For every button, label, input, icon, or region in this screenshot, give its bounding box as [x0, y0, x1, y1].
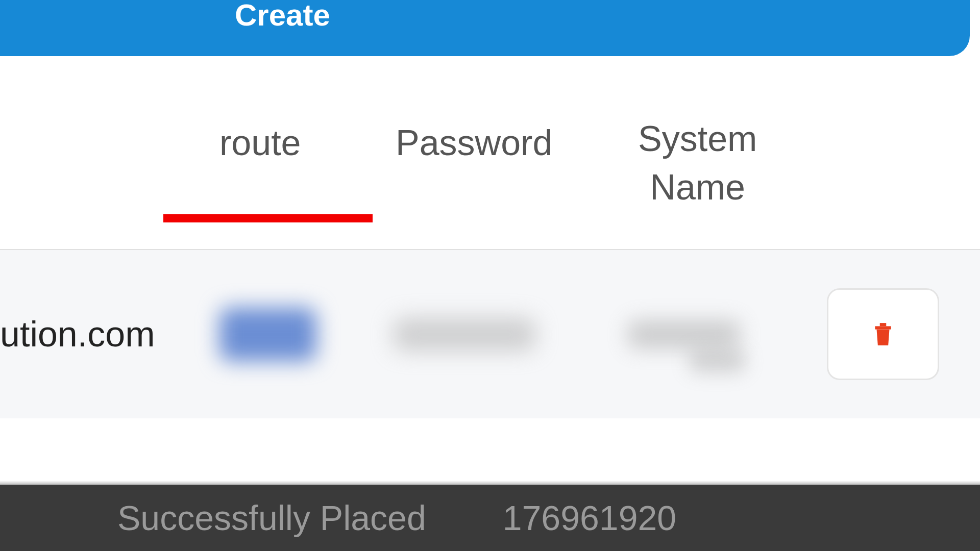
- cell-domain: ution.com: [0, 314, 155, 355]
- cell-system-redacted-2: [689, 349, 745, 372]
- header-system-name[interactable]: System Name: [638, 115, 757, 212]
- status-bar: Successfully Placed 176961920: [0, 485, 980, 551]
- top-bar: Create: [0, 0, 970, 56]
- cell-password-redacted: [393, 318, 536, 351]
- cell-route-redacted: [219, 308, 316, 361]
- trash-icon: [873, 321, 893, 347]
- delete-button[interactable]: [827, 288, 939, 380]
- header-system-line2: Name: [650, 167, 745, 207]
- svg-rect-1: [880, 323, 887, 326]
- header-password[interactable]: Password: [396, 122, 552, 163]
- header-system-line1: System: [638, 119, 757, 159]
- status-message: Successfully Placed: [117, 498, 426, 538]
- bottom-bar-shadow: [0, 481, 980, 485]
- status-id: 176961920: [503, 498, 676, 538]
- svg-rect-0: [875, 326, 891, 329]
- create-button[interactable]: Create: [235, 0, 330, 31]
- table-row: ution.com: [0, 250, 980, 418]
- header-route[interactable]: route: [219, 122, 301, 163]
- table-header-row: route Password System Name: [0, 143, 980, 158]
- cell-system-redacted: [628, 320, 740, 348]
- route-underline-annotation: [163, 214, 373, 222]
